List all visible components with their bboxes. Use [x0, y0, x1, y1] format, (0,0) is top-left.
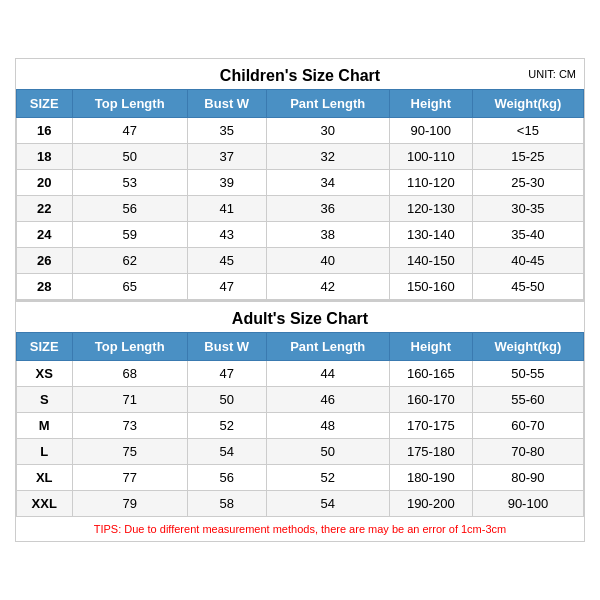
table-cell: 52 — [266, 465, 389, 491]
table-cell: 42 — [266, 274, 389, 300]
table-cell: XL — [17, 465, 73, 491]
table-cell: 47 — [187, 274, 266, 300]
table-cell: 73 — [72, 413, 187, 439]
table-row: S715046160-17055-60 — [17, 387, 584, 413]
table-cell: 90-100 — [389, 118, 472, 144]
table-cell: 120-130 — [389, 196, 472, 222]
table-cell: 68 — [72, 361, 187, 387]
table-cell: 53 — [72, 170, 187, 196]
table-cell: 44 — [266, 361, 389, 387]
table-cell: XS — [17, 361, 73, 387]
table-cell: 90-100 — [472, 491, 583, 517]
table-cell: 79 — [72, 491, 187, 517]
col-header-bust-w: Bust W — [187, 90, 266, 118]
table-cell: 62 — [72, 248, 187, 274]
table-row: 18503732100-11015-25 — [17, 144, 584, 170]
table-cell: 28 — [17, 274, 73, 300]
adult-table: SIZE Top Length Bust W Pant Length Heigh… — [16, 332, 584, 517]
table-cell: 47 — [187, 361, 266, 387]
table-cell: 190-200 — [389, 491, 472, 517]
table-cell: 160-170 — [389, 387, 472, 413]
table-row: L755450175-18070-80 — [17, 439, 584, 465]
table-row: XXL795854190-20090-100 — [17, 491, 584, 517]
table-row: 24594338130-14035-40 — [17, 222, 584, 248]
col-header-pant-length: Pant Length — [266, 90, 389, 118]
children-header-row: SIZE Top Length Bust W Pant Length Heigh… — [17, 90, 584, 118]
children-table-body: 1647353090-100<1518503732100-11015-25205… — [17, 118, 584, 300]
table-cell: 56 — [187, 465, 266, 491]
table-cell: 45 — [187, 248, 266, 274]
table-row: 22564136120-13030-35 — [17, 196, 584, 222]
children-table: SIZE Top Length Bust W Pant Length Heigh… — [16, 89, 584, 300]
table-cell: 25-30 — [472, 170, 583, 196]
adult-title-text: Adult's Size Chart — [232, 310, 368, 327]
table-row: 1647353090-100<15 — [17, 118, 584, 144]
table-cell: XXL — [17, 491, 73, 517]
table-cell: 38 — [266, 222, 389, 248]
table-cell: 26 — [17, 248, 73, 274]
adult-col-header-size: SIZE — [17, 333, 73, 361]
table-cell: 80-90 — [472, 465, 583, 491]
table-cell: 160-165 — [389, 361, 472, 387]
table-cell: 30-35 — [472, 196, 583, 222]
table-cell: 35-40 — [472, 222, 583, 248]
table-cell: 52 — [187, 413, 266, 439]
table-cell: 40 — [266, 248, 389, 274]
table-cell: 48 — [266, 413, 389, 439]
table-cell: 50 — [187, 387, 266, 413]
unit-label: UNIT: CM — [528, 68, 576, 80]
table-cell: 75 — [72, 439, 187, 465]
table-cell: 15-25 — [472, 144, 583, 170]
adult-col-header-weight: Weight(kg) — [472, 333, 583, 361]
col-header-size: SIZE — [17, 90, 73, 118]
table-cell: 54 — [187, 439, 266, 465]
table-row: XL775652180-19080-90 — [17, 465, 584, 491]
table-cell: 71 — [72, 387, 187, 413]
table-cell: 30 — [266, 118, 389, 144]
table-cell: 110-120 — [389, 170, 472, 196]
adult-section-title: Adult's Size Chart — [16, 300, 584, 332]
table-cell: 100-110 — [389, 144, 472, 170]
table-cell: 43 — [187, 222, 266, 248]
table-cell: M — [17, 413, 73, 439]
table-cell: 170-175 — [389, 413, 472, 439]
table-row: 26624540140-15040-45 — [17, 248, 584, 274]
table-cell: 70-80 — [472, 439, 583, 465]
adult-col-header-bust-w: Bust W — [187, 333, 266, 361]
table-cell: 46 — [266, 387, 389, 413]
table-cell: 175-180 — [389, 439, 472, 465]
col-header-height: Height — [389, 90, 472, 118]
children-section-title: Children's Size Chart UNIT: CM — [16, 59, 584, 89]
table-cell: 150-160 — [389, 274, 472, 300]
table-cell: 60-70 — [472, 413, 583, 439]
table-cell: 32 — [266, 144, 389, 170]
table-cell: 58 — [187, 491, 266, 517]
table-cell: 50 — [72, 144, 187, 170]
col-header-top-length: Top Length — [72, 90, 187, 118]
table-cell: 37 — [187, 144, 266, 170]
table-cell: 40-45 — [472, 248, 583, 274]
adult-col-header-height: Height — [389, 333, 472, 361]
table-cell: 18 — [17, 144, 73, 170]
table-cell: <15 — [472, 118, 583, 144]
table-cell: 59 — [72, 222, 187, 248]
table-cell: 16 — [17, 118, 73, 144]
table-cell: 56 — [72, 196, 187, 222]
tips-text: TIPS: Due to different measurement metho… — [16, 517, 584, 541]
adult-header-row: SIZE Top Length Bust W Pant Length Heigh… — [17, 333, 584, 361]
table-cell: L — [17, 439, 73, 465]
table-cell: 22 — [17, 196, 73, 222]
table-cell: 35 — [187, 118, 266, 144]
table-cell: 45-50 — [472, 274, 583, 300]
table-cell: 77 — [72, 465, 187, 491]
table-cell: 55-60 — [472, 387, 583, 413]
table-row: XS684744160-16550-55 — [17, 361, 584, 387]
table-cell: 20 — [17, 170, 73, 196]
adult-table-body: XS684744160-16550-55S715046160-17055-60M… — [17, 361, 584, 517]
table-cell: 47 — [72, 118, 187, 144]
table-cell: 140-150 — [389, 248, 472, 274]
size-chart-container: Children's Size Chart UNIT: CM SIZE Top … — [15, 58, 585, 542]
children-title-text: Children's Size Chart — [220, 67, 380, 84]
table-cell: S — [17, 387, 73, 413]
table-cell: 50 — [266, 439, 389, 465]
